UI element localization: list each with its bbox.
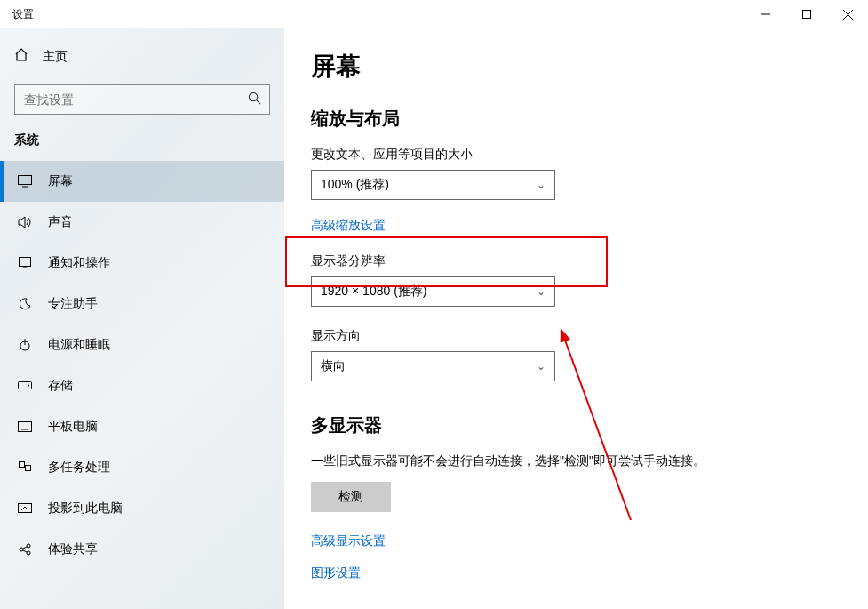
multi-info-text: 一些旧式显示器可能不会进行自动连接，选择"检测"即可尝试手动连接。: [311, 453, 841, 469]
chevron-down-icon: ⌄: [537, 360, 545, 373]
svg-point-20: [27, 551, 30, 555]
notification-icon: [18, 257, 32, 269]
search-icon: [248, 92, 261, 108]
sidebar-item-multitask[interactable]: 多任务处理: [0, 447, 284, 488]
svg-rect-13: [19, 422, 32, 432]
resolution-value: 1920 × 1080 (推荐): [321, 284, 426, 300]
svg-point-4: [249, 92, 257, 100]
svg-line-22: [23, 550, 27, 552]
sidebar-item-label: 多任务处理: [48, 460, 110, 476]
orientation-value: 横向: [321, 358, 346, 374]
sound-icon: [18, 216, 32, 228]
moon-icon: [18, 298, 32, 310]
multi-section-title: 多显示器: [311, 413, 841, 437]
svg-rect-17: [19, 504, 32, 513]
sidebar-home[interactable]: 主页: [0, 39, 284, 74]
display-icon: [18, 175, 32, 188]
sidebar-nav: 屏幕 声音 通知和操作 专注助手 电源和睡眠: [0, 161, 284, 570]
content-area: 屏幕 缩放与布局 更改文本、应用等项目的大小 100% (推荐) ⌄ 高级缩放设…: [284, 28, 868, 609]
share-icon: [18, 543, 32, 556]
orientation-dropdown[interactable]: 横向 ⌄: [311, 351, 555, 381]
page-title: 屏幕: [311, 50, 841, 84]
svg-point-18: [20, 548, 23, 551]
power-icon: [18, 339, 32, 351]
sidebar-item-label: 声音: [48, 214, 73, 230]
window-title: 设置: [12, 7, 34, 22]
svg-rect-11: [19, 382, 32, 389]
svg-rect-15: [20, 462, 25, 468]
sidebar-item-notifications[interactable]: 通知和操作: [0, 243, 284, 284]
sidebar-item-sound[interactable]: 声音: [0, 202, 284, 243]
sidebar-item-label: 屏幕: [48, 173, 73, 189]
advanced-display-link[interactable]: 高级显示设置: [311, 533, 386, 549]
chevron-down-icon: ⌄: [537, 179, 545, 191]
svg-rect-16: [26, 466, 31, 471]
sidebar-item-label: 体验共享: [48, 541, 98, 557]
home-icon: [14, 48, 28, 65]
advanced-scale-link[interactable]: 高级缩放设置: [311, 218, 386, 234]
svg-rect-6: [19, 176, 32, 185]
close-button[interactable]: [827, 0, 868, 28]
sidebar-item-storage[interactable]: 存储: [0, 365, 284, 406]
graphics-settings-link[interactable]: 图形设置: [311, 565, 361, 581]
sidebar-item-focus[interactable]: 专注助手: [0, 284, 284, 325]
orientation-label: 显示方向: [311, 328, 841, 344]
resolution-label: 显示器分辨率: [311, 253, 841, 269]
sidebar-item-label: 投影到此电脑: [48, 501, 123, 517]
svg-line-21: [23, 547, 27, 549]
svg-point-12: [28, 385, 29, 387]
sidebar-item-label: 平板电脑: [48, 419, 98, 435]
sidebar-item-label: 存储: [48, 378, 73, 394]
svg-point-19: [27, 544, 30, 548]
tablet-icon: [18, 421, 32, 432]
sidebar-item-project[interactable]: 投影到此电脑: [0, 488, 284, 529]
sidebar-item-power[interactable]: 电源和睡眠: [0, 325, 284, 365]
search-input[interactable]: [14, 84, 270, 115]
project-icon: [18, 503, 32, 514]
svg-rect-1: [803, 11, 811, 19]
home-label: 主页: [43, 49, 68, 65]
multitask-icon: [18, 461, 32, 474]
sidebar-item-label: 专注助手: [48, 296, 98, 312]
scale-label: 更改文本、应用等项目的大小: [311, 147, 841, 163]
detect-button[interactable]: 检测: [311, 482, 391, 512]
scale-dropdown[interactable]: 100% (推荐) ⌄: [311, 170, 555, 200]
scale-section-title: 缩放与布局: [311, 107, 841, 131]
sidebar-item-label: 电源和睡眠: [48, 337, 110, 353]
svg-rect-8: [20, 258, 31, 267]
svg-line-5: [257, 100, 260, 104]
sidebar-section-label: 系统: [0, 132, 284, 161]
sidebar: 主页 系统 屏幕 声音 通知和操作: [0, 28, 284, 609]
sidebar-item-label: 通知和操作: [48, 255, 110, 271]
sidebar-item-display[interactable]: 屏幕: [0, 161, 284, 202]
sidebar-item-share[interactable]: 体验共享: [0, 529, 284, 570]
maximize-button[interactable]: [786, 0, 827, 28]
resolution-dropdown[interactable]: 1920 × 1080 (推荐) ⌄: [311, 276, 555, 307]
storage-icon: [18, 381, 32, 390]
scale-value: 100% (推荐): [321, 177, 389, 193]
chevron-down-icon: ⌄: [537, 285, 545, 298]
sidebar-item-tablet[interactable]: 平板电脑: [0, 406, 284, 447]
minimize-button[interactable]: [745, 0, 786, 28]
